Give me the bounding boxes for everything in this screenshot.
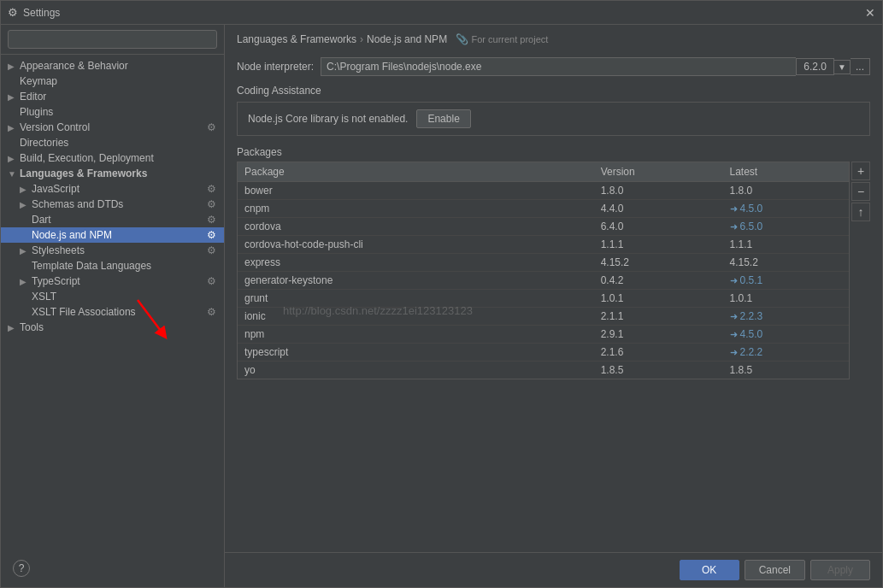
sidebar-item-xslt-file[interactable]: XSLT File Associations ⚙ [1,304,224,320]
schemas-config-icon: ⚙ [205,198,217,210]
sidebar-item-plugins[interactable]: Plugins [1,104,224,120]
package-name: bower [238,182,594,200]
package-version: 1.8.0 [594,182,723,200]
package-latest: 1.8.5 [723,362,849,379]
interpreter-browse-button[interactable]: ... [851,58,870,75]
sidebar-item-editor[interactable]: ▶ Editor [1,89,224,104]
table-row[interactable]: grunt1.0.11.0.1 [238,290,849,308]
col-version: Version [594,162,723,182]
package-name: npm [238,326,594,344]
sidebar-item-label: Template Data Languages [32,260,217,272]
sidebar-item-label: Plugins [20,106,217,118]
vcs-icon: ⚙ [205,121,217,133]
sidebar-item-javascript[interactable]: ▶ JavaScript ⚙ [1,181,224,197]
update-arrow-icon: ➜ [730,275,740,285]
title-bar: ⚙ Settings ✕ [1,1,882,25]
packages-container: Package Version Latest bower1.8.01.8.0cn… [237,162,870,379]
sidebar-item-typescript[interactable]: ▶ TypeScript ⚙ [1,273,224,289]
sidebar-item-build[interactable]: ▶ Build, Execution, Deployment [1,150,224,166]
arrow-icon: ▼ [8,169,20,179]
node-interpreter-label: Node interpreter: [237,61,314,73]
sidebar-item-dart[interactable]: Dart ⚙ [1,212,224,227]
table-row[interactable]: bower1.8.01.8.0 [238,182,849,200]
package-name: express [238,254,594,272]
update-arrow-icon: ➜ [730,311,740,321]
window-title: Settings [23,7,60,19]
breadcrumb-separator: › [360,33,363,45]
table-row[interactable]: cnpm4.4.0➜ 4.5.0 [238,200,849,218]
nodejs-config-icon: ⚙ [205,229,217,241]
package-name: cordova [238,218,594,236]
package-version: 6.4.0 [594,218,723,236]
package-latest: ➜ 6.5.0 [723,218,849,236]
update-arrow-icon: ➜ [730,221,740,232]
package-name: typescript [238,344,594,362]
arrow-icon: ▶ [8,323,20,332]
table-row[interactable]: cordova-hot-code-push-cli1.1.11.1.1 [238,236,849,254]
sidebar-item-languages-frameworks[interactable]: ▼ Languages & Frameworks [1,166,224,181]
up-package-button[interactable]: ↑ [851,203,870,221]
node-interpreter-row: Node interpreter: 6.2.0 ▼ ... [237,57,870,76]
apply-button[interactable]: Apply [810,560,870,580]
help-button[interactable]: ? [13,560,30,577]
sidebar-item-nodejs-npm[interactable]: Node.js and NPM ⚙ [1,227,224,243]
sidebar-item-label: Keymap [20,75,217,87]
sidebar-item-label: Version Control [20,121,202,133]
table-row[interactable]: cordova6.4.0➜ 6.5.0 [238,218,849,236]
stylesheets-config-icon: ⚙ [205,244,217,256]
node-interpreter-input[interactable] [321,57,796,76]
arrow-icon: ▶ [8,92,20,102]
package-version: 2.1.6 [594,344,723,362]
remove-package-button[interactable]: − [851,182,870,201]
arrow-icon: ▶ [8,62,20,71]
content-area: Languages & Frameworks › Node.js and NPM… [225,25,882,587]
coding-assistance-box: Node.js Core library is not enabled. Ena… [237,102,870,136]
table-row[interactable]: express4.15.24.15.2 [238,254,849,272]
latest-version: 2.2.2 [740,346,763,358]
sidebar-item-appearance[interactable]: ▶ Appearance & Behavior [1,58,224,74]
latest-version: 2.2.3 [740,310,763,322]
package-name: cordova-hot-code-push-cli [238,236,594,254]
table-row[interactable]: yo1.8.51.8.5 [238,362,849,379]
sidebar-item-label: XSLT [32,291,217,303]
table-row[interactable]: ionic2.1.1➜ 2.2.3 [238,308,849,326]
typescript-config-icon: ⚙ [205,275,217,287]
footer: OK Cancel Apply [225,552,882,587]
table-row[interactable]: generator-keystone0.4.2➜ 0.5.1 [238,272,849,290]
arrow-icon: ▶ [20,200,32,209]
sidebar-item-stylesheets[interactable]: ▶ Stylesheets ⚙ [1,243,224,258]
coding-assistance-message: Node.js Core library is not enabled. [248,113,408,125]
cancel-button[interactable]: Cancel [745,560,805,580]
close-button[interactable]: ✕ [865,7,875,19]
sidebar-item-label: TypeScript [32,275,202,287]
project-icon: 📎 [456,33,468,45]
sidebar-item-schemas-dtds[interactable]: ▶ Schemas and DTDs ⚙ [1,197,224,212]
enable-button[interactable]: Enable [416,109,470,128]
packages-section: Packages Package Version Latest [237,146,870,379]
breadcrumb: Languages & Frameworks › Node.js and NPM… [225,25,882,50]
sidebar-item-version-control[interactable]: ▶ Version Control ⚙ [1,120,224,135]
sidebar-item-label: Editor [20,91,217,103]
js-config-icon: ⚙ [205,183,217,195]
package-latest: 4.15.2 [723,254,849,272]
sidebar-item-keymap[interactable]: Keymap [1,74,224,89]
sidebar-item-directories[interactable]: Directories [1,135,224,150]
package-latest: 1.8.0 [723,182,849,200]
search-input[interactable] [8,30,217,49]
add-package-button[interactable]: + [851,162,870,180]
interpreter-dropdown-button[interactable]: ▼ [834,60,851,74]
sidebar-item-xslt[interactable]: XSLT [1,289,224,304]
breadcrumb-part1: Languages & Frameworks [237,33,356,45]
package-name: grunt [238,290,594,308]
sidebar-item-tools[interactable]: ▶ Tools [1,320,224,335]
table-row[interactable]: npm2.9.1➜ 4.5.0 [238,326,849,344]
package-name: generator-keystone [238,272,594,290]
package-version: 2.9.1 [594,326,723,344]
table-row[interactable]: typescript2.1.6➜ 2.2.2 [238,344,849,362]
sidebar-item-label: Stylesheets [32,244,202,256]
ok-button[interactable]: OK [680,560,739,580]
sidebar-item-template-data[interactable]: Template Data Languages [1,258,224,273]
packages-table: Package Version Latest bower1.8.01.8.0cn… [238,162,849,379]
package-latest: ➜ 0.5.1 [723,272,849,290]
coding-assistance-section: Coding Assistance Node.js Core library i… [237,85,870,136]
